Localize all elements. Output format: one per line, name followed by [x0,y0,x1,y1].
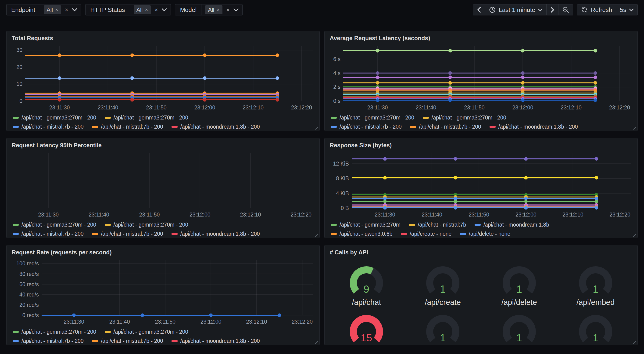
x-axis-tick-label: 23:12:20 [609,105,630,111]
legend-item[interactable]: /api/chat - gemma3:270m - 200 [105,115,188,121]
gauge-arc: 1 [496,264,542,297]
legend-item[interactable]: /api/chat - moondream:1.8b - 200 [490,124,578,130]
legend-response-size: /api/chat - gemma3:270m/api/chat - mistr… [328,222,634,237]
y-axis-tick-label: 80 req/s [20,271,39,277]
legend-item[interactable]: /api/chat - mistral:7b - 200 [92,338,163,344]
refresh-icon [581,6,588,13]
legend-item[interactable]: /api/chat - moondream:1.8b [474,222,549,228]
legend-item[interactable]: /api/chat - mistral:7b - 200 [12,124,84,130]
legend-swatch [92,233,98,235]
dashboard-grid: Total Requests 23:11:3023:11:4023:11:502… [6,31,638,345]
filter-value-endpoint[interactable]: All × × [40,5,81,15]
legend-item[interactable]: /api/chat - mistral:7b - 200 [12,338,84,344]
legend-latency-95th-percentile: /api/chat - gemma3:270m - 200/api/chat -… [10,222,316,237]
caret-down-icon[interactable] [162,8,167,12]
panel-calls-by-api: # Calls by API 9/api/chat1/api/create1/a… [324,245,638,345]
panel-title[interactable]: Average Request Latency (seconds) [328,34,634,44]
chart-request-rate[interactable]: 23:11:3023:11:4023:11:5023:12:0023:12:10… [10,258,316,326]
legend-item[interactable]: /api/chat - moondream:1.8b - 200 [172,231,260,237]
data-point [521,49,524,52]
chip-remove-icon[interactable]: × [55,7,58,13]
legend-label: /api/chat - gemma3:270m - 200 [22,222,96,228]
legend-item[interactable]: /api/chat - gemma3:270m - 200 [12,115,96,121]
legend-item[interactable]: /api/chat - gemma3:270m - 200 [12,222,96,228]
clear-icon[interactable]: × [65,7,68,13]
legend-item[interactable]: /api/chat - moondream:1.8b - 200 [172,338,260,344]
legend-swatch [423,117,429,119]
chart-average-request-latency[interactable]: 23:11:3023:11:4023:11:5023:12:0023:12:10… [328,44,634,112]
legend-item[interactable]: /api/chat - gemma3:270m - 200 [12,329,96,335]
legend-item[interactable]: /api/chat - gemma3:270m - 200 [105,329,188,335]
legend-item[interactable]: /api/delete - none [460,231,510,237]
time-back-button[interactable] [473,5,485,15]
gauge-api-generate: 15/api/generate [328,313,405,345]
filter-chip-text: All [136,7,143,13]
filter-value-http-status[interactable]: All × × [130,5,171,15]
clear-icon[interactable]: × [154,7,158,13]
legend-swatch [331,233,337,235]
panel-request-rate: Request Rate (requests per second) 23:11… [6,245,320,345]
legend-item[interactable]: /api/chat - gemma3:270m [331,222,400,228]
x-axis-tick-label: 23:11:30 [38,212,59,218]
gauge-arc: 1 [420,264,466,297]
caret-down-icon[interactable] [234,8,238,12]
legend-label: /api/chat - mistral:7b - 200 [340,124,402,130]
filter-chip[interactable]: All × [44,5,61,14]
x-axis-tick-label: 23:11:40 [109,319,130,325]
chart-latency-95th-percentile[interactable]: 23:11:3023:11:4023:11:5023:12:0023:12:10… [10,151,316,219]
legend-item[interactable]: /api/chat - mistral:7b - 200 [92,124,163,130]
gauge-api-tags: 1/api/tags [557,313,634,345]
zoom-out-button[interactable] [558,5,573,15]
data-point [376,49,379,52]
legend-item[interactable]: /api/chat - gemma3:270m - 200 [423,115,506,121]
gauge-arc: 1 [420,313,466,345]
refresh-button[interactable]: Refresh [577,5,616,15]
data-point [383,157,387,161]
legend-item[interactable]: /api/chat - qwen3:0.6b [331,231,392,237]
legend-item[interactable]: /api/create - none [401,231,452,237]
legend-item[interactable]: /api/chat - gemma3:270m - 200 [105,222,188,228]
filter-label: Endpoint [6,5,40,15]
panel-total-requests: Total Requests 23:11:3023:11:4023:11:502… [6,31,320,131]
legend-item[interactable]: /api/chat - moondream:1.8b - 200 [172,124,260,130]
y-axis-tick-label: 100 req/s [16,260,39,266]
chart-total-requests[interactable]: 23:11:3023:11:4023:11:5023:12:0023:12:10… [10,44,316,112]
legend-item[interactable]: /api/chat - mistral:7b - 200 [410,124,481,130]
timeseries-plot: 23:11:3023:11:4023:11:5023:12:0023:12:10… [328,151,634,219]
panel-title[interactable]: Request Rate (requests per second) [10,248,316,258]
time-range-button[interactable]: Last 1 minute [485,5,546,15]
panel-title[interactable]: Request Latency 95th Percentile [10,141,316,151]
refresh-interval-dropdown[interactable]: 5s [616,5,638,15]
legend-item[interactable]: /api/chat - mistral:7b [409,222,466,228]
y-axis-tick-label: 20 [16,64,22,70]
clear-icon[interactable]: × [226,7,230,13]
filter-bar: Endpoint All × × HTTP Status All × × [6,4,242,16]
chip-remove-icon[interactable]: × [145,7,148,13]
time-forward-button[interactable] [546,5,558,15]
legend-label: /api/chat - mistral:7b - 200 [22,124,84,130]
legend-item[interactable]: /api/chat - mistral:7b - 200 [12,231,84,237]
caret-down-icon [538,9,542,12]
panel-title[interactable]: # Calls by API [328,248,634,258]
x-axis-tick-label: 23:11:40 [422,212,442,218]
legend-item[interactable]: /api/chat - mistral:7b - 200 [92,231,163,237]
gauge-value: 1 [440,332,446,343]
legend-swatch [490,126,496,128]
legend-row: /api/chat - mistral:7b - 200/api/chat - … [331,124,634,130]
x-axis-tick-label: 23:11:50 [464,105,485,111]
chip-remove-icon[interactable]: × [216,7,220,13]
data-point [376,71,379,75]
panel-title[interactable]: Total Requests [10,34,316,44]
data-point [524,157,528,161]
legend-item[interactable]: /api/chat - gemma3:270m - 200 [331,115,414,121]
filter-chip[interactable]: All × [134,5,151,14]
panel-title[interactable]: Response Size (bytes) [328,141,634,151]
filter-value-model[interactable]: All × × [202,5,242,15]
chart-response-size[interactable]: 23:11:3023:11:4023:11:5023:12:0023:12:10… [328,151,634,219]
filter-chip[interactable]: All × [205,5,222,14]
data-point [448,76,452,79]
legend-row: /api/chat - gemma3:270m - 200/api/chat -… [12,222,316,228]
caret-down-icon[interactable] [72,8,77,12]
legend-item[interactable]: /api/chat - mistral:7b - 200 [331,124,402,130]
legend-label: /api/chat - gemma3:270m - 200 [22,329,96,335]
